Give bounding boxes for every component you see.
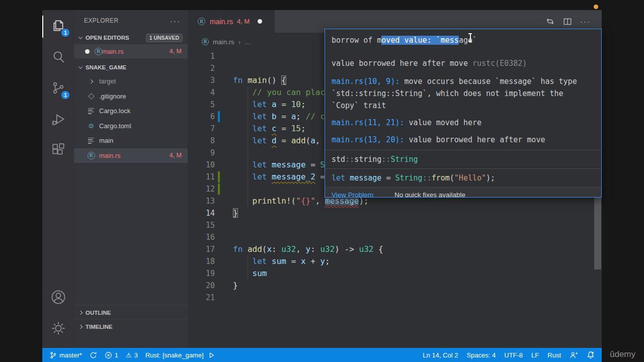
tree-item-main[interactable]: main [74, 133, 188, 148]
label: Ln 14, Col 2 [423, 351, 458, 359]
code-line-19[interactable]: 19 sum [188, 267, 602, 280]
line-number: 2 [188, 62, 215, 74]
quick-fix-text: No quick fixes available [394, 191, 465, 198]
status-cursor-position[interactable]: Ln 14, Col 2 [423, 351, 458, 359]
tree-item-main.rs[interactable]: Rmain.rs4, M [74, 148, 188, 163]
tab-main-rs[interactable]: R main.rs 4, M [188, 10, 275, 33]
label: Spaces: 4 [466, 351, 496, 359]
folder-name: SNAKE_GAME [86, 64, 126, 70]
line-number: 7 [188, 123, 215, 135]
problems-badge: 4, M [170, 48, 182, 55]
rust-file-icon: R [202, 38, 209, 45]
file-location-link[interactable]: main.rs(13, 20): [332, 135, 405, 144]
code-text: } [233, 280, 238, 292]
unsaved-dot-icon[interactable] [85, 49, 90, 54]
file-lines-icon [87, 138, 95, 144]
file-name: main.rs [102, 48, 124, 55]
activity-item-run-debug[interactable] [42, 108, 74, 133]
code-line-16[interactable]: 16 [188, 231, 602, 243]
line-number: 9 [188, 147, 215, 159]
folder-section[interactable]: SNAKE_GAME [74, 61, 188, 74]
badge: 1 [61, 29, 69, 37]
explorer-sidebar: EXPLORER ··· OPEN EDITORS 1 UNSAVED Rmai… [74, 10, 188, 348]
label: master* [59, 351, 82, 359]
chevron-down-icon [78, 64, 83, 68]
run-icon[interactable] [208, 352, 215, 358]
git-branch-icon [49, 351, 57, 359]
activity-item-explorer[interactable]: 1 [42, 14, 74, 39]
open-editors-section[interactable]: OPEN EDITORS 1 UNSAVED [74, 31, 188, 44]
view-problem-link[interactable]: View Problem [332, 191, 373, 198]
more-actions-icon[interactable]: ··· [580, 17, 591, 26]
unsaved-dot-icon[interactable] [258, 19, 262, 24]
text-cursor-pointer [468, 33, 472, 42]
tree-item-target[interactable]: target [74, 74, 188, 89]
sidebar-title: EXPLORER [84, 17, 119, 24]
more-actions-icon[interactable]: ··· [170, 17, 181, 25]
code-text: // you can plac [233, 86, 325, 99]
unsaved-badge: 1 UNSAVED [146, 34, 183, 42]
status-warnings[interactable]: ⚠3 [126, 351, 138, 359]
activity-item-account[interactable] [42, 286, 74, 311]
open-changes-icon[interactable] [545, 17, 555, 26]
status-language-mode[interactable]: Rust [547, 351, 561, 359]
breadcrumb-symbol[interactable]: … [245, 38, 251, 46]
activity-bar: 11 [42, 10, 74, 348]
chevron-down-icon [78, 35, 83, 39]
popup-code-row: std::string::String [325, 150, 601, 168]
code-line-18[interactable]: 18 let sum = x + y; [188, 255, 602, 267]
status-eol[interactable]: LF [531, 351, 539, 359]
code-text: let c = 15; [233, 123, 306, 135]
activity-item-source-control[interactable]: 1 [42, 76, 74, 102]
code-line-15[interactable]: 15 [188, 219, 602, 231]
line-number: 16 [188, 231, 215, 243]
error-hover-popup: borrow of moved value: `message` value b… [325, 29, 602, 198]
status-git-branch[interactable]: master* [49, 351, 82, 359]
tree-item-Cargo.toml[interactable]: ⚙Cargo.toml [74, 119, 188, 134]
gear-file-icon: ⚙ [87, 122, 95, 130]
warning-icon: ⚠ [126, 351, 132, 359]
rust-file-icon: R [87, 152, 95, 159]
status-encoding[interactable]: UTF-8 [504, 351, 523, 359]
activity-item-settings[interactable] [42, 317, 74, 342]
code-text: let message_2 = [233, 171, 330, 183]
error-message: borrow of moved value: `message` [332, 34, 595, 46]
split-editor-icon[interactable] [563, 17, 572, 26]
code-text: } [233, 207, 238, 219]
error-location: main.rs(11, 21): value moved here [332, 117, 595, 129]
code-text: let b = a; // c [233, 111, 325, 123]
code-line-14[interactable]: 14} [188, 207, 602, 219]
screen: 11 EXPLORER ··· OPEN EDITORS 1 UNSAVED R… [0, 0, 644, 362]
rust-file-icon: R [95, 48, 102, 55]
status-sync[interactable] [90, 351, 97, 359]
udemy-watermark: ûdemy [610, 349, 635, 359]
settings-gear-icon [50, 320, 66, 338]
status-indentation[interactable]: Spaces: 4 [466, 351, 496, 359]
code-line-17[interactable]: 17fn add(x: u32, y: u32) -> u32 { [188, 243, 602, 255]
code-line-20[interactable]: 20} [188, 280, 602, 292]
line-number: 19 [188, 267, 215, 280]
file-location-link[interactable]: main.rs(10, 9): [332, 77, 399, 86]
status-rust-analyzer-status[interactable]: Rust: [snake_game] [145, 351, 215, 359]
tab-problem-badge: 4, M [237, 18, 250, 25]
activity-item-search[interactable] [42, 45, 74, 70]
timeline-section[interactable]: TIMELINE [74, 319, 188, 333]
open-editor-main.rs[interactable]: Rmain.rs4, M [74, 44, 188, 58]
gitignore-icon [87, 94, 95, 99]
activity-item-extensions[interactable] [42, 139, 74, 164]
tab-label: main.rs [210, 18, 233, 26]
code-line-21[interactable]: 21 [188, 292, 602, 304]
status-feedback[interactable] [570, 351, 578, 359]
gutter-change-bar [218, 184, 220, 195]
file-location-link[interactable]: main.rs(11, 21): [332, 118, 405, 127]
code-text: let a = 10; [233, 99, 306, 111]
breadcrumb-file[interactable]: main.rs [213, 38, 234, 46]
status-notifications[interactable] [587, 351, 595, 359]
outline-section[interactable]: OUTLINE [74, 305, 188, 319]
status-errors[interactable]: 1 [105, 351, 118, 359]
tree-item-Cargo.lock[interactable]: Cargo.lock [74, 104, 188, 119]
vertical-scrollbar[interactable] [594, 198, 601, 269]
tree-item-.gitignore[interactable]: .gitignore [74, 89, 188, 104]
label: LF [531, 351, 539, 359]
recording-dot [594, 5, 598, 9]
